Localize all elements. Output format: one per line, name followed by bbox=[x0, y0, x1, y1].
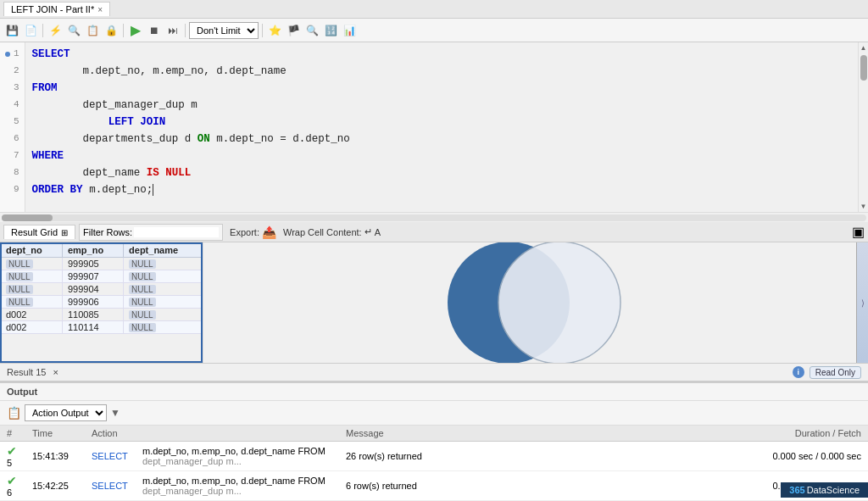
code-line-5: LEFT JOIN bbox=[32, 114, 861, 131]
output-row-1: ✔ 5 15:41:39 SELECT m.dept_no, m.emp_no,… bbox=[0, 442, 868, 471]
code-line-3: FROM bbox=[32, 80, 861, 97]
output-header-row: # Time Action Message Duration / Fetch bbox=[0, 426, 868, 442]
grid-tab-label: Result Grid bbox=[11, 227, 58, 237]
app-window: LEFT JOIN - Part II* × 💾 📄 ⚡ 🔍 📋 🔒 ▶ ⏹ ⏭… bbox=[0, 0, 868, 501]
row1-time: 15:41:39 bbox=[25, 442, 85, 471]
output-action-icon: 📋 bbox=[7, 406, 21, 420]
cell-dept-name: NULL bbox=[124, 321, 203, 334]
cell-dept-name: NULL bbox=[124, 270, 203, 283]
readonly-area: i Read Only bbox=[793, 366, 861, 379]
table-row[interactable]: NULL 999906 NULL bbox=[1, 296, 203, 309]
line-6: 6 bbox=[5, 131, 19, 148]
row1-num: ✔ 5 bbox=[0, 442, 25, 471]
export-btn[interactable]: Export: 📤 bbox=[230, 225, 276, 239]
row1-action: SELECT bbox=[85, 442, 136, 471]
line-8: 8 bbox=[5, 164, 19, 181]
cell-emp-no: 110085 bbox=[62, 309, 123, 321]
filter-rows-area: Filter Rows: bbox=[79, 224, 223, 241]
row2-num: ✔ 6 bbox=[0, 471, 25, 501]
table-row[interactable]: NULL 999907 NULL bbox=[1, 270, 203, 283]
table-row[interactable]: d002 110085 NULL bbox=[1, 309, 203, 321]
watermark: 365 DataScience bbox=[781, 482, 868, 498]
cell-dept-name: NULL bbox=[124, 309, 203, 321]
result-tabs-bar: Result Grid ⊞ Filter Rows: Export: 📤 Wra… bbox=[0, 222, 868, 242]
tab-close-btn[interactable]: × bbox=[97, 5, 103, 14]
hscroll-thumb[interactable] bbox=[2, 214, 53, 221]
wrap-btn[interactable]: Wrap Cell Content: ↵ A bbox=[283, 226, 381, 237]
code-line-2: m.dept_no, m.emp_no, d.dept_name bbox=[32, 63, 861, 80]
col-query bbox=[136, 426, 339, 442]
filter-input[interactable] bbox=[134, 227, 219, 237]
action-output-select[interactable]: Action Output bbox=[25, 404, 107, 421]
line-9: 9 bbox=[5, 181, 19, 198]
editor-tab[interactable]: LEFT JOIN - Part II* × bbox=[3, 2, 110, 16]
flag-btn[interactable]: 🏴 bbox=[285, 22, 302, 39]
row2-query: m.dept_no, m.emp_no, d.dept_name FROM de… bbox=[136, 471, 339, 501]
result-grid-tab[interactable]: Result Grid ⊞ bbox=[3, 225, 75, 239]
wrap-icon: ↵ bbox=[364, 226, 372, 237]
copy-btn[interactable]: 📋 bbox=[84, 22, 101, 39]
venn-diagram bbox=[203, 242, 856, 363]
code-line-9: ORDER BY m.dept_no; bbox=[32, 181, 861, 198]
row1-query: m.dept_no, m.emp_no, d.dept_name FROM de… bbox=[136, 442, 339, 471]
code-editor[interactable]: 1 2 3 4 5 6 7 8 9 SELECT m.dept_no, m.em… bbox=[0, 42, 868, 212]
result-actions: Export: 📤 Wrap Cell Content: ↵ A bbox=[230, 225, 381, 239]
search-btn[interactable]: 🔍 bbox=[65, 22, 82, 39]
save-btn[interactable]: 💾 bbox=[3, 22, 20, 39]
stop-btn[interactable]: ⏹ bbox=[146, 22, 163, 39]
dropdown-arrow[interactable]: ▼ bbox=[110, 407, 120, 419]
side-panel-handle[interactable]: ⟩ bbox=[856, 242, 868, 363]
result-table: dept_no emp_no dept_name NULL 999905 NUL… bbox=[0, 242, 203, 334]
table-header-row: dept_no emp_no dept_name bbox=[1, 243, 203, 258]
skip-btn[interactable]: ⏭ bbox=[164, 22, 181, 39]
code-line-6: departments_dup d ON m.dept_no = d.dept_… bbox=[32, 131, 861, 148]
zoom-btn[interactable]: 🔍 bbox=[303, 22, 320, 39]
editor-hscroll[interactable] bbox=[0, 212, 868, 222]
code-line-8: dept_name IS NULL bbox=[32, 164, 861, 181]
run-btn[interactable]: ▶ bbox=[127, 22, 144, 39]
table-row[interactable]: NULL 999904 NULL bbox=[1, 283, 203, 296]
output-header: Output bbox=[0, 383, 868, 401]
lock-btn[interactable]: 🔒 bbox=[103, 22, 120, 39]
col-time: Time bbox=[25, 426, 85, 442]
col-emp-no: emp_no bbox=[62, 243, 123, 258]
row2-time: 15:42:25 bbox=[25, 471, 85, 501]
output-toolbar: 📋 Action Output ▼ bbox=[0, 401, 868, 426]
code-line-4: dept_manager_dup m bbox=[32, 97, 861, 114]
filter-label: Filter Rows: bbox=[83, 227, 132, 237]
grid-btn[interactable]: 🔢 bbox=[322, 22, 339, 39]
result-wrapper: Result Grid ⊞ Filter Rows: Export: 📤 Wra… bbox=[0, 222, 868, 501]
limit-select[interactable]: Don't Limit bbox=[189, 22, 259, 39]
side-panel-toggle[interactable]: ▣ bbox=[852, 224, 865, 240]
tab-label: LEFT JOIN - Part II* bbox=[11, 4, 94, 14]
scroll-down-btn[interactable]: ▼ bbox=[860, 203, 867, 210]
result-close-btn[interactable]: × bbox=[53, 367, 58, 377]
table-row[interactable]: NULL 999905 NULL bbox=[1, 258, 203, 270]
table-row[interactable]: d002 110114 NULL bbox=[1, 321, 203, 334]
new-btn[interactable]: 📄 bbox=[22, 22, 39, 39]
status-ok-icon: ✔ bbox=[7, 444, 17, 458]
cell-dept-no: d002 bbox=[1, 309, 63, 321]
chart-btn[interactable]: 📊 bbox=[341, 22, 358, 39]
output-section: Output 📋 Action Output ▼ # Time Action M… bbox=[0, 381, 868, 501]
cell-dept-no: d002 bbox=[1, 321, 63, 334]
cell-dept-no: NULL bbox=[1, 258, 63, 270]
sep4 bbox=[262, 24, 263, 37]
venn-svg bbox=[428, 242, 632, 363]
scroll-up-btn[interactable]: ▲ bbox=[860, 44, 867, 52]
line-2: 2 bbox=[5, 63, 19, 80]
editor-area: 1 2 3 4 5 6 7 8 9 SELECT m.dept_no, m.em… bbox=[0, 42, 868, 222]
code-content[interactable]: SELECT m.dept_no, m.emp_no, d.dept_name … bbox=[25, 42, 868, 212]
toolbar: 💾 📄 ⚡ 🔍 📋 🔒 ▶ ⏹ ⏭ Don't Limit ⭐ 🏴 🔍 🔢 📊 bbox=[0, 19, 868, 42]
grid-icon: ⊞ bbox=[61, 228, 68, 237]
exec-btn[interactable]: ⚡ bbox=[47, 22, 64, 39]
line-3: 3 bbox=[5, 80, 19, 97]
wrap-icon2: A bbox=[375, 227, 381, 237]
star-btn[interactable]: ⭐ bbox=[266, 22, 283, 39]
editor-vscroll[interactable]: ▲ ▼ bbox=[858, 42, 868, 212]
output-table: # Time Action Message Duration / Fetch ✔… bbox=[0, 426, 868, 501]
result-status-bar: Result 15 × i Read Only bbox=[0, 363, 868, 381]
panel-toggle-icon[interactable]: ▣ bbox=[852, 225, 865, 239]
data-grid[interactable]: dept_no emp_no dept_name NULL 999905 NUL… bbox=[0, 242, 203, 363]
output-row-2: ✔ 6 15:42:25 SELECT m.dept_no, m.emp_no,… bbox=[0, 471, 868, 501]
